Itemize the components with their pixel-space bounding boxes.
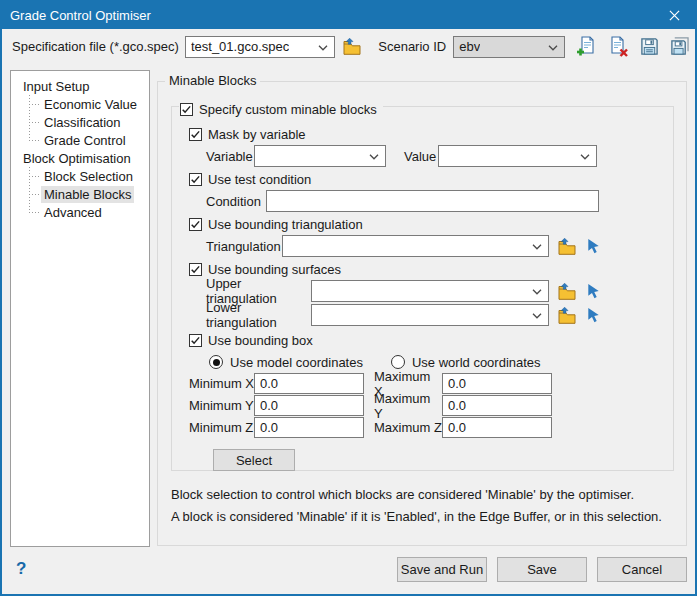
cancel-button[interactable]: Cancel: [597, 557, 687, 582]
model-coordinates-radio[interactable]: [209, 355, 223, 369]
mask-by-variable-label: Mask by variable: [202, 127, 306, 142]
tree-item-classification[interactable]: Classification: [16, 113, 147, 131]
maximum-x-input[interactable]: [442, 373, 552, 394]
variable-value-row: Variable Value: [206, 145, 673, 167]
chevron-down-icon: [532, 289, 542, 295]
chevron-down-icon: [532, 313, 542, 319]
triangulation-label: Triangulation: [206, 239, 282, 254]
mask-by-variable-checkbox[interactable]: [189, 128, 202, 141]
minimum-z-input[interactable]: [254, 417, 364, 438]
use-test-condition-checkbox[interactable]: [189, 173, 202, 186]
tree-item-grade-control[interactable]: Grade Control: [16, 131, 147, 149]
open-folder-icon: [557, 237, 577, 256]
pick-upper-triangulation-button[interactable]: [585, 283, 602, 300]
checkmark-icon: [190, 264, 201, 275]
close-button[interactable]: [653, 2, 695, 29]
new-scenario-button[interactable]: [576, 36, 597, 57]
use-bounding-triangulation-label: Use bounding triangulation: [202, 217, 363, 232]
minimum-x-input[interactable]: [254, 373, 364, 394]
minimum-x-label: Minimum X: [189, 376, 254, 391]
browse-triangulation-button[interactable]: [557, 237, 577, 256]
browse-upper-triangulation-button[interactable]: [557, 282, 577, 301]
spec-file-combobox[interactable]: test_01.gco.spec: [185, 36, 335, 58]
chevron-down-icon: [580, 154, 590, 160]
tree-connector: [29, 176, 39, 177]
save-icon: [640, 37, 659, 56]
select-button[interactable]: Select: [213, 449, 295, 471]
value-label: Value: [404, 149, 438, 164]
checkmark-icon: [190, 219, 201, 230]
scenario-id-value: ebv: [459, 39, 480, 54]
scenario-id-combobox[interactable]: ebv: [453, 36, 565, 58]
tree-item-block-optimisation[interactable]: Block Optimisation: [16, 149, 147, 167]
save-spec-button[interactable]: [640, 37, 659, 56]
maximum-y-input[interactable]: [442, 395, 552, 416]
checkmark-icon: [190, 174, 201, 185]
mask-by-variable-row: Mask by variable: [189, 125, 673, 143]
use-bounding-surfaces-label: Use bounding surfaces: [202, 262, 341, 277]
open-folder-icon: [557, 306, 577, 325]
pick-triangulation-button[interactable]: [585, 238, 602, 255]
help-button[interactable]: ?: [16, 559, 26, 579]
groupbox-title: Minable Blocks: [165, 73, 260, 88]
variable-combobox[interactable]: [254, 145, 386, 167]
condition-input[interactable]: [266, 190, 599, 212]
new-scenario-icon: [576, 36, 597, 57]
maximum-z-input[interactable]: [442, 417, 552, 438]
delete-scenario-button[interactable]: [608, 36, 629, 57]
save-as-button[interactable]: [670, 37, 689, 56]
chevron-down-icon: [548, 45, 558, 51]
grade-control-optimiser-dialog: Grade Control Optimiser Specification fi…: [0, 0, 697, 596]
use-bounding-triangulation-checkbox[interactable]: [189, 218, 202, 231]
minimum-y-input[interactable]: [254, 395, 364, 416]
dialog-body: Input Setup Economic Value Classificatio…: [2, 64, 695, 550]
spec-toolbar: Specification file (*.gco.spec) test_01.…: [2, 29, 695, 64]
variable-label: Variable: [206, 149, 254, 164]
close-icon: [669, 10, 680, 21]
tree-connector: [29, 104, 39, 105]
radio-dot: [213, 359, 220, 366]
maximum-z-label: Maximum Z: [374, 420, 442, 435]
minable-blocks-groupbox: Minable Blocks Specify custom minable bl…: [157, 81, 687, 546]
tree-branch-input-setup: Economic Value Classification Grade Cont…: [16, 95, 147, 149]
open-folder-icon: [342, 37, 362, 56]
open-folder-icon: [557, 282, 577, 301]
condition-row: Condition: [206, 190, 673, 212]
upper-triangulation-combobox[interactable]: [311, 280, 549, 302]
save-button[interactable]: Save: [497, 557, 587, 582]
chevron-down-icon: [318, 45, 328, 51]
browse-lower-triangulation-button[interactable]: [557, 306, 577, 325]
minable-blocks-panel: Minable Blocks Specify custom minable bl…: [157, 70, 687, 550]
value-combobox[interactable]: [438, 145, 597, 167]
dialog-footer: ? Save and Run Save Cancel: [2, 550, 695, 594]
specify-custom-checkbox[interactable]: [180, 103, 193, 116]
tree-connector: [29, 194, 39, 195]
lower-triangulation-combobox[interactable]: [311, 304, 549, 326]
tree-item-advanced[interactable]: Advanced: [16, 203, 147, 221]
specify-custom-row: Specify custom minable blocks: [179, 100, 383, 118]
pick-cursor-icon: [585, 283, 602, 300]
triangulation-row: Triangulation: [206, 235, 673, 257]
description-line-2: A block is considered 'Minable' if it is…: [171, 506, 662, 528]
save-as-icon: [670, 37, 689, 56]
use-bounding-surfaces-checkbox[interactable]: [189, 263, 202, 276]
tree-item-input-setup[interactable]: Input Setup: [16, 77, 147, 95]
pick-cursor-icon: [585, 238, 602, 255]
tree-item-economic-value[interactable]: Economic Value: [16, 95, 147, 113]
save-and-run-button[interactable]: Save and Run: [397, 557, 487, 582]
chevron-down-icon: [532, 244, 542, 250]
tree-branch-block-optimisation: Block Selection Minable Blocks Advanced: [16, 167, 147, 221]
browse-spec-button[interactable]: [342, 37, 362, 56]
use-bounding-box-checkbox[interactable]: [189, 334, 202, 347]
tree-item-minable-blocks[interactable]: Minable Blocks: [16, 185, 147, 203]
triangulation-combobox[interactable]: [282, 235, 549, 257]
tree-item-block-selection[interactable]: Block Selection: [16, 167, 147, 185]
checkmark-icon: [190, 335, 201, 346]
use-bounding-box-label: Use bounding box: [202, 333, 313, 348]
minimum-y-label: Minimum Y: [189, 398, 254, 413]
world-coordinates-label: Use world coordinates: [405, 355, 541, 370]
pick-lower-triangulation-button[interactable]: [585, 307, 602, 324]
checkmark-icon: [190, 129, 201, 140]
specify-custom-groupbox: Specify custom minable blocks Mask by va…: [171, 106, 674, 471]
world-coordinates-radio[interactable]: [391, 355, 405, 369]
